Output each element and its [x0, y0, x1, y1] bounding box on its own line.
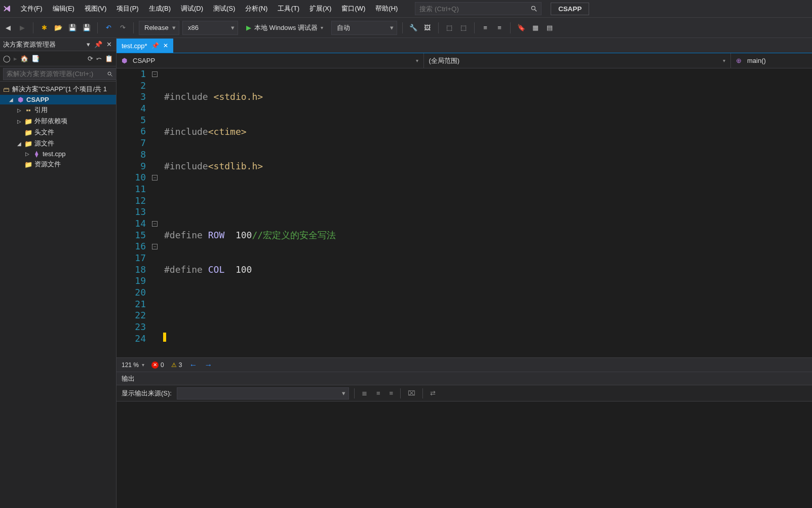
menu-window[interactable]: 窗口(W)	[336, 1, 370, 16]
function-context-combo[interactable]: ⊕ main()	[731, 53, 812, 68]
nav-next-icon[interactable]: →	[204, 360, 212, 370]
solution-toolbar: ◯ ▸ 🏠 📑 ⟳ ⤺ 📋	[0, 51, 116, 66]
auto-combo[interactable]: 自动	[331, 21, 397, 35]
menu-build[interactable]: 生成(B)	[144, 1, 176, 16]
function-icon: ⊕	[736, 57, 744, 65]
redo-icon[interactable]: ↷	[117, 22, 128, 33]
fwd-icon[interactable]: ▸	[14, 55, 17, 62]
quick-search-input[interactable]	[415, 2, 542, 15]
warning-icon: ⚠	[171, 361, 177, 369]
code-content[interactable]: #include <stdio.h> #include<ctime> #incl…	[162, 68, 812, 357]
menu-edit[interactable]: 编辑(E)	[48, 1, 80, 16]
pin-icon[interactable]: 📌	[93, 41, 103, 48]
menu-file[interactable]: 文件(F)	[16, 1, 48, 16]
context-bar: ⬢ CSAPP ▾ (全局范围) ▾ ⊕ main()	[117, 53, 812, 68]
menu-debug[interactable]: 调试(D)	[176, 1, 208, 16]
menu-tools[interactable]: 工具(T)	[273, 1, 304, 16]
play-icon: ▶	[246, 24, 251, 31]
props-icon[interactable]: 📋	[105, 55, 113, 62]
platform-combo[interactable]: x86	[182, 21, 238, 35]
out-btn-1[interactable]: ≣	[360, 389, 369, 397]
dropdown-icon[interactable]: ▾	[86, 41, 91, 48]
out-btn-2[interactable]: ≡	[374, 389, 382, 397]
menu-view[interactable]: 视图(V)	[80, 1, 111, 16]
out-btn-5[interactable]: ⇄	[428, 389, 438, 397]
save-icon[interactable]: 💾	[67, 22, 78, 33]
fold-icon[interactable]: −	[152, 175, 158, 180]
nav-back-icon[interactable]: ◀	[3, 22, 14, 33]
project-name-button[interactable]: CSAPP	[551, 3, 589, 15]
out-btn-4[interactable]: ⌧	[406, 389, 417, 397]
folder-icon: 📁	[24, 118, 32, 125]
pin-icon[interactable]: 📌	[151, 42, 159, 49]
project-node[interactable]: ◢ ⬢ CSAPP	[0, 95, 116, 104]
tool-icon-6[interactable]: ▤	[544, 22, 555, 33]
fold-icon[interactable]: −	[152, 244, 158, 249]
new-file-icon[interactable]: ✱	[38, 22, 50, 33]
expand-icon: ◢	[8, 97, 14, 102]
solution-tree: 🗃 解决方案"CSAPP"(1 个项目/共 1 ◢ ⬢ CSAPP ▷ ▪▪ 引…	[0, 82, 116, 172]
tool-icon-4[interactable]: ⬚	[458, 22, 469, 33]
output-panel: 输出 显示输出来源(S): ≣ ≡ ≡ ⌧ ⇄	[117, 372, 812, 508]
start-debug-button[interactable]: ▶ 本地 Windows 调试器 ▾	[241, 21, 328, 34]
resources-node[interactable]: 📁 资源文件	[0, 159, 116, 170]
search-icon[interactable]	[107, 71, 113, 77]
menu-test[interactable]: 测试(S)	[208, 1, 240, 16]
code-editor[interactable]: 123456789101112131415161718192021222324 …	[117, 68, 812, 357]
tab-label: test.cpp*	[122, 42, 147, 50]
tab-testcpp[interactable]: test.cpp* 📌 ✕	[117, 39, 173, 53]
home-icon[interactable]: 🏠	[20, 55, 28, 62]
testcpp-file-node[interactable]: ▷ ⧫ test.cpp	[0, 149, 116, 159]
project-context-combo[interactable]: ⬢ CSAPP ▾	[117, 53, 424, 68]
close-icon[interactable]: ✕	[105, 41, 113, 48]
external-deps-node[interactable]: ▷ 📁 外部依赖项	[0, 116, 116, 127]
solution-search-input[interactable]	[3, 68, 118, 80]
tool-icon-1[interactable]: 🔧	[408, 22, 419, 33]
back-icon[interactable]: ◯	[3, 55, 11, 62]
expand-icon: ▷	[16, 119, 22, 124]
open-file-icon[interactable]: 📂	[53, 22, 64, 33]
solution-node[interactable]: 🗃 解决方案"CSAPP"(1 个项目/共 1	[0, 84, 116, 95]
tool-icon-2[interactable]: 🖼	[422, 22, 433, 33]
warning-count[interactable]: ⚠ 3	[171, 361, 182, 369]
fold-icon[interactable]: −	[152, 221, 158, 227]
headers-node[interactable]: 📁 头文件	[0, 127, 116, 138]
expand-icon: ▷	[16, 107, 22, 113]
close-icon[interactable]: ✕	[163, 42, 168, 49]
bookmark-icon[interactable]: 🔖	[516, 22, 527, 33]
scope-context-combo[interactable]: (全局范围) ▾	[424, 53, 731, 68]
refresh-icon[interactable]: ⟳	[88, 55, 93, 62]
menubar: 文件(F) 编辑(E) 视图(V) 项目(P) 生成(B) 调试(D) 测试(S…	[0, 0, 812, 18]
output-source-combo[interactable]	[177, 387, 349, 400]
out-btn-3[interactable]: ≡	[388, 389, 396, 397]
line-number-gutter: 123456789101112131415161718192021222324	[117, 68, 152, 357]
output-body[interactable]	[117, 402, 812, 508]
folder-icon: 📁	[24, 140, 32, 148]
references-node[interactable]: ▷ ▪▪ 引用	[0, 104, 116, 116]
vs-logo-icon	[3, 4, 12, 13]
project-icon: ⬢	[122, 57, 130, 65]
fold-gutter: − − − −	[152, 68, 162, 357]
menu-analyze[interactable]: 分析(N)	[240, 1, 273, 16]
menu-project[interactable]: 项目(P)	[111, 1, 143, 16]
menu-extensions[interactable]: 扩展(X)	[304, 1, 336, 16]
show-all-icon[interactable]: 📑	[31, 55, 40, 62]
tabbar: test.cpp* 📌 ✕	[117, 38, 812, 53]
error-count[interactable]: ✕ 0	[151, 361, 164, 369]
save-all-icon[interactable]: 💾	[81, 22, 92, 33]
config-combo[interactable]: Release	[139, 21, 179, 35]
uncomment-icon[interactable]: ≡	[494, 22, 505, 33]
collapse-icon[interactable]: ⤺	[96, 55, 102, 62]
comment-icon[interactable]: ≡	[480, 22, 491, 33]
source-node[interactable]: ◢ 📁 源文件	[0, 138, 116, 149]
zoom-combo[interactable]: 121 %▾	[122, 361, 144, 369]
output-source-label: 显示输出来源(S):	[122, 389, 172, 398]
nav-fwd-icon[interactable]: ▶	[17, 22, 28, 33]
svg-point-2	[108, 72, 111, 75]
nav-prev-icon[interactable]: ←	[189, 360, 197, 370]
undo-icon[interactable]: ↶	[103, 22, 114, 33]
menu-help[interactable]: 帮助(H)	[370, 1, 403, 16]
tool-icon-3[interactable]: ⬚	[444, 22, 455, 33]
fold-icon[interactable]: −	[152, 71, 158, 77]
tool-icon-5[interactable]: ▦	[530, 22, 541, 33]
